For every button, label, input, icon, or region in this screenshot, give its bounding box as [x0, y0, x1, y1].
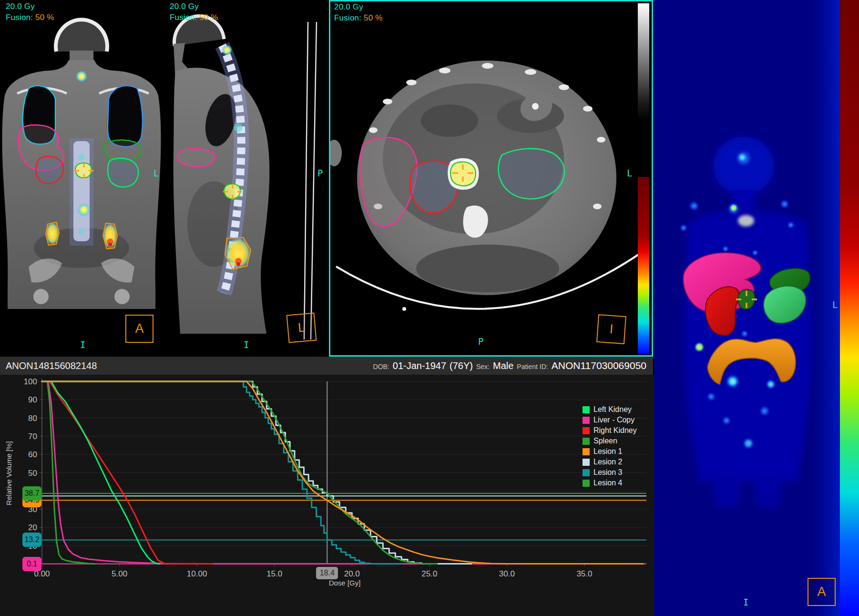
patient-id-value: ANON117030069050 [552, 360, 646, 371]
legend-swatch [583, 427, 590, 434]
legend-swatch [583, 469, 590, 476]
legend-label: Left Kidney [593, 405, 632, 414]
viewport-axial[interactable]: 20.0 Gy Fusion: 50 % L P I [329, 0, 653, 357]
coronal-fusion-label: Fusion: 50 % [6, 13, 54, 22]
table-marker [402, 307, 406, 311]
patient-info-bar: ANON148156082148 DOB: 01-Jan-1947 (76Y) … [0, 357, 653, 375]
sagittal-ct-image[interactable] [166, 0, 329, 357]
coronal-orientation-inferior: I [80, 339, 85, 350]
x-tick-label: 10.00 [187, 569, 207, 578]
viewport-sagittal[interactable]: 20.0 Gy Fusion: 50 % P I L [166, 0, 329, 357]
lesion-contour-left-hip [46, 222, 59, 245]
mip-colorbar[interactable] [840, 0, 859, 616]
sagittal-orientation-box[interactable]: L [286, 313, 317, 343]
legend-label: Lesion 2 [593, 458, 623, 466]
legend-item[interactable]: Lesion 1 [583, 446, 637, 457]
mip-orientation-left: L [832, 299, 838, 310]
table-lines [304, 22, 317, 339]
dvh-x-axis-title: Dose [Gy] [309, 579, 380, 587]
mip-orientation-box[interactable]: A [808, 578, 836, 606]
sagittal-dose-label: 20.0 Gy [170, 2, 199, 11]
patient-name: ANON148156082148 [6, 360, 97, 371]
legend-item[interactable]: Lesion 3 [583, 467, 637, 478]
y-tick-label: 10 [28, 542, 37, 551]
axial-orientation-posterior: P [478, 336, 483, 347]
x-tick-label: 15.0 [266, 569, 282, 578]
legend-swatch [583, 459, 590, 466]
legend-label: Right Kidney [593, 426, 637, 435]
viewport-coronal[interactable]: 20.0 Gy Fusion: 50 % L I A [0, 0, 166, 357]
mip-gray-blob [738, 215, 754, 226]
dvh-panel: 1009080706050403020100.005.0010.0015.020… [0, 375, 654, 616]
legend-label: Lesion 4 [593, 479, 623, 487]
age-value: (76Y) [450, 360, 473, 371]
legend-swatch [583, 480, 590, 487]
axial-ct-image[interactable] [330, 1, 652, 355]
legend-swatch [583, 448, 590, 455]
dvh-legend: Left KidneyLiver - CopyRight KidneySplee… [583, 404, 637, 488]
sagittal-body [174, 16, 270, 334]
pet-colorbar[interactable] [638, 177, 649, 354]
y-tick-label: 90 [28, 395, 37, 404]
right-kidney-contour [36, 156, 63, 184]
x-tick-label: 25.0 [421, 569, 437, 578]
legend-label: Liver - Copy [593, 416, 634, 424]
patient-id-label: Patient ID: [517, 363, 548, 370]
dob-value: 01-Jan-1947 [393, 360, 446, 371]
y-tick-label: 70 [28, 432, 37, 441]
viewport-mip-3d[interactable]: L I A [654, 0, 859, 616]
right-lung-contour [108, 86, 143, 146]
x-tick-label: 20.0 [344, 569, 360, 578]
left-kidney-contour-axial [499, 149, 565, 199]
legend-item[interactable]: Lesion 4 [583, 478, 637, 488]
x-tick-label: 0.00 [34, 569, 50, 578]
legend-item[interactable]: Left Kidney [583, 404, 637, 415]
axial-fusion-label: Fusion: 50 % [334, 13, 383, 23]
coronal-dose-label: 20.0 Gy [6, 2, 35, 11]
sagittal-orientation-inferior: I [244, 339, 249, 350]
dob-label: DOB: [373, 363, 389, 370]
legend-label: Spleen [593, 437, 617, 445]
mip-pet-image[interactable] [654, 0, 859, 616]
sex-label: Sex: [476, 363, 490, 370]
axial-orientation-box[interactable]: I [596, 314, 626, 344]
legend-swatch [583, 406, 590, 413]
coronal-orientation-box[interactable]: A [125, 315, 153, 343]
x-tick-label: 35.0 [576, 569, 592, 578]
y-tick-label: 80 [28, 414, 37, 423]
legend-swatch [583, 438, 590, 445]
y-tick-label: 20 [28, 523, 37, 532]
coronal-orientation-left: L [153, 168, 159, 178]
x-tick-label: 5.00 [112, 569, 127, 578]
x-tick-label: 30.0 [499, 569, 515, 578]
legend-swatch [583, 417, 590, 424]
sagittal-orientation-posterior: P [317, 168, 323, 178]
y-tick-label: 30 [28, 505, 37, 514]
y-tick-label: 40 [28, 487, 37, 496]
axial-dose-label: 20.0 Gy [334, 2, 363, 12]
y-tick-label: 50 [28, 469, 37, 478]
legend-item[interactable]: Lesion 2 [583, 457, 637, 467]
liver-contour-sagittal [177, 149, 215, 167]
coronal-ct-image[interactable] [0, 0, 166, 357]
sagittal-fusion-label: Fusion: 50 % [170, 13, 218, 22]
grayscale-colorbar[interactable] [638, 3, 649, 121]
legend-item[interactable]: Right Kidney [583, 425, 637, 436]
spleen-contour [104, 140, 142, 161]
left-kidney-contour [108, 158, 138, 187]
axial-orientation-left: L [627, 168, 632, 178]
legend-label: Lesion 3 [593, 468, 623, 477]
legend-item[interactable]: Spleen [583, 436, 637, 446]
y-tick-label: 60 [28, 450, 37, 459]
legend-item[interactable]: Liver - Copy [583, 415, 637, 425]
y-tick-label: 100 [24, 377, 37, 386]
sex-value: Male [493, 360, 513, 371]
dvh-y-axis-title: Relative Volume [%] [5, 435, 13, 512]
mip-orientation-inferior: I [743, 597, 748, 607]
legend-label: Lesion 1 [593, 447, 623, 456]
